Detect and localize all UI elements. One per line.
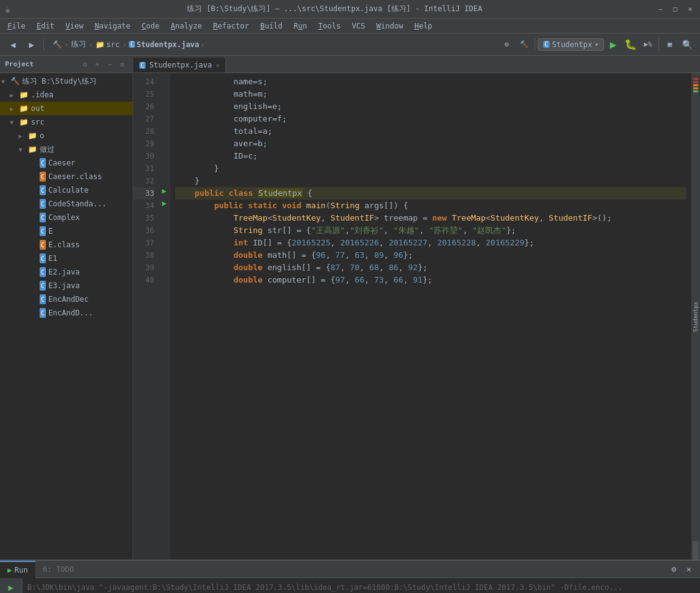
console-output: B:\JDK\bin\java "-javaagent:B:\Study\Int… [22, 578, 700, 593]
menu-refactor[interactable]: Refactor [208, 20, 254, 32]
panel-toolbar: ⚙ + − ≡ [79, 59, 128, 70]
code-line-28: total=a; [175, 125, 686, 138]
tree-o[interactable]: ▶ 📁 o [0, 129, 133, 143]
bottom-toolbar: ⚙ ✕ [668, 563, 700, 576]
code-line-32: } [175, 175, 686, 187]
toolbar: ◀ ▶ 🔨 › 练习 › 📁 src › C Studentpx.java › … [0, 33, 700, 56]
panel-gear-icon[interactable]: ⚙ [79, 59, 90, 70]
code-line-34: public static void main(String args[]) { [175, 200, 686, 212]
code-line-30: ID=c; [175, 150, 686, 162]
back-button[interactable]: ◀ [5, 37, 21, 53]
rerun-button[interactable]: ▶ [2, 581, 20, 593]
bottom-tabs: ▶ Run 6: TODO ⚙ ✕ [0, 561, 700, 578]
menu-bar: File Edit View Navigate Code Analyze Ref… [0, 19, 700, 33]
panel-plus-icon[interactable]: + [92, 59, 103, 70]
build-button[interactable]: ⚙ [499, 37, 515, 53]
tree-complex[interactable]: C Complex [0, 211, 133, 224]
code-line-39: double english[] = {87, 70, 68, 86, 92}; [175, 261, 686, 274]
tree-idea[interactable]: ▶ 📁 .idea [0, 88, 133, 102]
breakpoint-arrow: ▶ [162, 199, 166, 208]
tree-e[interactable]: C E [0, 224, 133, 238]
panel-settings-icon[interactable]: ≡ [116, 59, 128, 70]
tree-src[interactable]: ▼ 📁 src [0, 115, 133, 129]
menu-tools[interactable]: Tools [313, 20, 346, 32]
panel-title: Project [5, 60, 33, 68]
tree-e1[interactable]: C E1 [0, 252, 133, 265]
panel-minus-icon[interactable]: − [104, 59, 115, 70]
tree-calculate[interactable]: C Calculate [0, 183, 133, 197]
debug-button[interactable]: 🐛 [623, 37, 639, 53]
code-line-40: double computer[] = {97, 66, 73, 66, 91}… [175, 274, 686, 286]
scrollbar-right[interactable]: Studentpx [691, 73, 700, 560]
minimize-button[interactable]: — [655, 4, 665, 14]
code-line-36: String str[] = {"王高源","刘香衫", "朱越", "苏祚堃"… [175, 224, 686, 237]
tree-e2[interactable]: C E2.java [0, 265, 133, 279]
layout-button[interactable]: ▦ [662, 37, 678, 53]
menu-analyze[interactable]: Analyze [166, 20, 208, 32]
editor-tabs: C Studentpx.java ✕ [133, 56, 700, 73]
code-editor[interactable]: 24 25 26 27 28 29 30 31 32 33 34 35 36 3… [133, 73, 700, 560]
title-text: 练习 [B:\Study\练习] – ...\src\Studentpx.jav… [14, 4, 655, 14]
scroll-thumb[interactable] [693, 541, 699, 560]
tree-encandd[interactable]: C EncAndD... [0, 306, 133, 320]
title-bar: ☕ 练习 [B:\Study\练习] – ...\src\Studentpx.j… [0, 0, 700, 19]
menu-edit[interactable]: Edit [32, 20, 59, 32]
menu-vcs[interactable]: VCS [347, 20, 370, 32]
tree-done[interactable]: ▼ 📁 做过 [0, 143, 133, 156]
breadcrumb-file[interactable]: Studentpx.java [136, 40, 199, 49]
line-numbers: 24 25 26 27 28 29 30 31 32 33 34 35 36 3… [133, 73, 158, 560]
menu-view[interactable]: View [61, 20, 89, 32]
run-config-selector[interactable]: C Studentpx ▾ [538, 38, 604, 51]
code-content[interactable]: name=s; math=m; english=e; computer=f; t [170, 73, 691, 560]
file-tree: ▼ 🔨 练习 B:\Study\练习 ▶ 📁 .idea ▶ 📁 out ▼ 📁… [0, 73, 133, 560]
menu-code[interactable]: Code [137, 20, 165, 32]
gutter-icons: ▶ ▶ [158, 73, 170, 560]
code-line-31: } [175, 162, 686, 175]
tree-codestandards[interactable]: C CodeStanda... [0, 197, 133, 211]
maximize-button[interactable]: □ [670, 4, 680, 14]
breadcrumb: 🔨 › 练习 › 📁 src › C Studentpx.java › [53, 39, 496, 50]
console-cmd-line: B:\JDK\bin\java "-javaagent:B:\Study\Int… [27, 582, 695, 593]
menu-navigate[interactable]: Navigate [90, 20, 136, 32]
menu-help[interactable]: Help [409, 20, 437, 32]
project-panel: Project ⚙ + − ≡ ▼ 🔨 练习 B:\Study\练习 ▶ 📁 .… [0, 56, 133, 560]
code-line-24: name=s; [175, 76, 686, 88]
code-line-38: double math[] = {96, 77, 63, 89, 96}; [175, 249, 686, 261]
tree-caeser-class[interactable]: C Caeser.class [0, 170, 133, 183]
main-area: Project ⚙ + − ≡ ▼ 🔨 练习 B:\Study\练习 ▶ 📁 .… [0, 56, 700, 560]
bottom-content: ▶ ⬛ ▲ ▼ ⏸ 🖨 ⚙ ▦ ✕ ✕ 📌 ↕ ≡ B:\JDK\bin\jav… [0, 578, 700, 593]
search-button[interactable]: 🔍 [679, 37, 695, 53]
code-line-29: aver=b; [175, 138, 686, 150]
tab-todo[interactable]: 6: TODO [35, 561, 82, 578]
editor-area: C Studentpx.java ✕ 24 25 26 27 28 29 30 … [133, 56, 700, 560]
run-controls: ▶ ⬛ ▲ ▼ ⏸ 🖨 ⚙ ▦ ✕ ✕ 📌 ↕ ≡ [0, 578, 22, 593]
editor-tab-studentpx[interactable]: C Studentpx.java ✕ [133, 58, 226, 72]
tree-root[interactable]: ▼ 🔨 练习 B:\Study\练习 [0, 74, 133, 88]
forward-button[interactable]: ▶ [24, 37, 40, 53]
build-all-button[interactable]: 🔨 [516, 37, 532, 53]
code-line-35: TreeMap<StudentKey, StudentIF> treemap =… [175, 212, 686, 224]
tab-close-icon[interactable]: ✕ [216, 62, 219, 69]
tree-e3[interactable]: C E3.java [0, 279, 133, 292]
tree-caeser[interactable]: C Caeser [0, 156, 133, 170]
code-line-25: math=m; [175, 88, 686, 100]
tree-e-class[interactable]: C E.class [0, 238, 133, 252]
settings-icon[interactable]: ⚙ [668, 563, 680, 576]
menu-run[interactable]: Run [289, 20, 312, 32]
breadcrumb-src[interactable]: src [106, 40, 120, 49]
current-line-arrow: ▶ [162, 187, 166, 195]
code-line-26: english=e; [175, 100, 686, 113]
coverage-button[interactable]: ▶% [640, 37, 656, 53]
tree-encanddec[interactable]: C EncAndDec [0, 292, 133, 306]
close-panel-icon[interactable]: ✕ [683, 563, 695, 576]
tab-run[interactable]: ▶ Run [0, 561, 35, 578]
tree-out[interactable]: ▶ 📁 out [0, 102, 133, 115]
code-line-33: public class Studentpx { [175, 187, 686, 200]
panel-header: Project ⚙ + − ≡ [0, 56, 133, 73]
breadcrumb-project[interactable]: 练习 [71, 39, 86, 50]
menu-window[interactable]: Window [372, 20, 408, 32]
menu-file[interactable]: File [2, 20, 30, 32]
close-button[interactable]: ✕ [685, 4, 695, 14]
run-button[interactable]: ▶ [605, 37, 621, 53]
menu-build[interactable]: Build [255, 20, 287, 32]
